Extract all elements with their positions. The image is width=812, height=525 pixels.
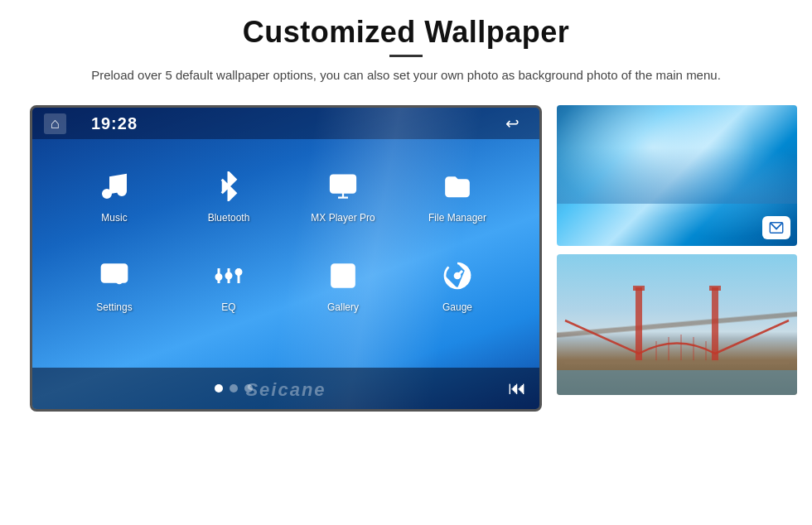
app-gauge[interactable]: Gauge [400, 245, 515, 323]
settings-label: Settings [96, 301, 132, 313]
svg-point-18 [226, 273, 231, 278]
skip-back-icon[interactable]: ⏮ [508, 378, 526, 399]
app-settings[interactable]: Settings [57, 245, 172, 323]
filemanager-label: File Manager [428, 212, 486, 224]
music-icon [94, 166, 135, 207]
svg-point-0 [104, 190, 111, 198]
settings-icon [94, 255, 135, 296]
svg-point-21 [236, 270, 241, 275]
svg-point-15 [216, 275, 221, 280]
app-eq[interactable]: EQ [172, 245, 286, 323]
thumbnail-gallery [557, 105, 797, 395]
status-bar: ⌂ 19:28 ↩ [32, 108, 539, 139]
app-music[interactable]: Music [57, 156, 172, 234]
gauge-icon [437, 255, 478, 296]
svg-point-11 [117, 278, 122, 283]
svg-rect-7 [102, 265, 127, 282]
mxplayer-label: MX Player Pro [311, 212, 375, 224]
page-subtitle: Preload over 5 default wallpaper options… [50, 65, 762, 85]
car-screen: ⌂ 19:28 ↩ Music [30, 105, 542, 412]
svg-rect-37 [565, 360, 789, 364]
svg-rect-28 [636, 287, 642, 362]
mxplayer-icon [322, 166, 364, 207]
app-mxplayer[interactable]: MX Player Pro [286, 156, 400, 234]
app-grid-row1: Music Bluetooth [32, 139, 539, 242]
title-divider [389, 55, 423, 57]
thumbnail-golden-gate [557, 254, 797, 395]
music-label: Music [101, 212, 127, 224]
page-title: Customized Wallpaper [50, 15, 762, 50]
bluetooth-label: Bluetooth [208, 212, 250, 224]
dot-1[interactable] [215, 384, 223, 393]
brand-watermark: Seicane [245, 379, 326, 401]
back-icon[interactable]: ↩ [505, 113, 520, 133]
thumbnail-ice-cave [557, 105, 797, 246]
gallery-icon [322, 255, 364, 296]
notification-bubble [762, 216, 790, 239]
bluetooth-icon [208, 166, 249, 207]
svg-point-25 [455, 273, 460, 278]
dot-2[interactable] [230, 384, 238, 393]
svg-rect-31 [709, 286, 721, 291]
page-header: Customized Wallpaper Preload over 5 defa… [0, 0, 812, 94]
svg-point-23 [337, 270, 341, 274]
app-grid-row2: Settings [32, 242, 539, 331]
home-icon[interactable]: ⌂ [44, 113, 66, 134]
bottom-bar: Seicane ⏮ [32, 368, 539, 409]
svg-rect-38 [557, 370, 797, 395]
app-bluetooth[interactable]: Bluetooth [172, 156, 286, 234]
app-filemanager[interactable]: File Manager [400, 156, 515, 234]
app-gallery[interactable]: Gallery [286, 245, 400, 323]
svg-rect-30 [712, 287, 718, 362]
gauge-label: Gauge [442, 301, 472, 313]
eq-icon [208, 255, 249, 296]
eq-label: EQ [221, 301, 235, 313]
car-screen-wrapper: ⌂ 19:28 ↩ Music [30, 105, 544, 412]
filemanager-icon [437, 166, 478, 207]
content-area: ⌂ 19:28 ↩ Music [0, 94, 812, 420]
gallery-label: Gallery [327, 301, 359, 313]
svg-rect-29 [633, 286, 645, 291]
svg-point-1 [118, 188, 126, 195]
clock-display: 19:28 [91, 114, 138, 133]
